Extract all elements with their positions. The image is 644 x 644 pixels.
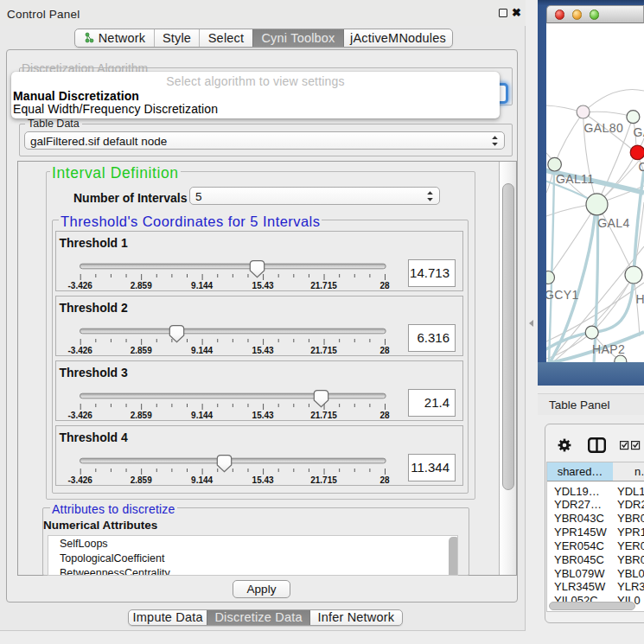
svg-text:GAL80: GAL80 bbox=[584, 121, 624, 135]
svg-text:C: C bbox=[639, 160, 644, 174]
svg-text:GAL4: GAL4 bbox=[597, 216, 629, 230]
svg-text:HAP2: HAP2 bbox=[592, 342, 625, 356]
svg-text:GCY1: GCY1 bbox=[546, 288, 579, 302]
svg-text:H: H bbox=[636, 292, 644, 306]
svg-text:GAL: GAL bbox=[634, 125, 644, 139]
svg-text:GAL11: GAL11 bbox=[556, 172, 595, 186]
